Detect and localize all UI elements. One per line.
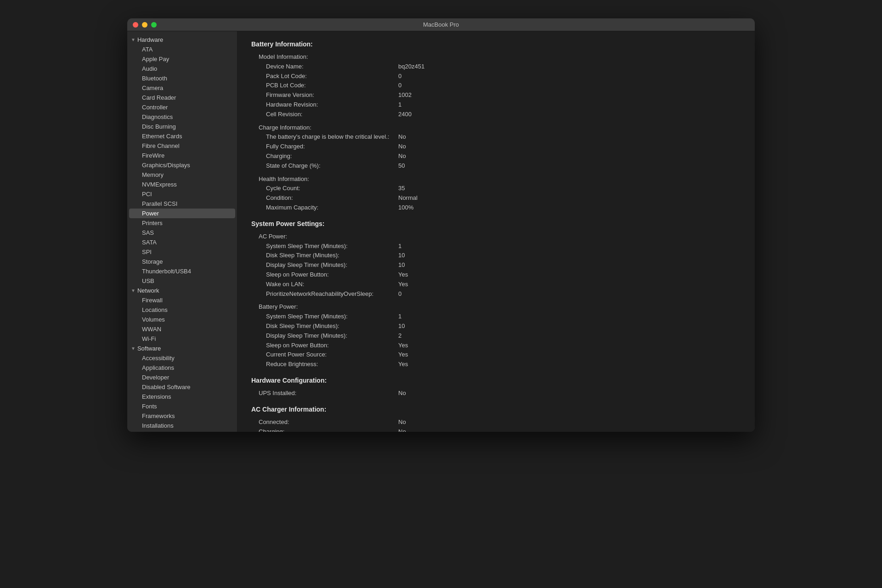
sidebar-item-firewall[interactable]: Firewall <box>129 295 235 305</box>
sidebar-item-accessibility[interactable]: Accessibility <box>129 353 235 363</box>
charger-connected-row: Connected: No <box>251 418 741 427</box>
bat-reduce-brightness-label: Reduce Brightness: <box>251 360 398 369</box>
hw-revision-row: Hardware Revision: 1 <box>251 100 741 110</box>
sidebar-item-installations[interactable]: Installations <box>129 421 235 430</box>
state-of-charge-value: 50 <box>398 161 405 171</box>
hardware-group[interactable]: ▼ Hardware <box>127 35 237 45</box>
ups-label: UPS Installed: <box>251 389 398 398</box>
pcb-lot-row: PCB Lot Code: 0 <box>251 81 741 90</box>
sidebar-item-audio[interactable]: Audio <box>129 64 235 74</box>
device-name-label: Device Name: <box>251 62 398 72</box>
sidebar-item-volumes[interactable]: Volumes <box>129 315 235 324</box>
sidebar-item-developer[interactable]: Developer <box>129 373 235 382</box>
below-critical-label: The battery's charge is below the critic… <box>251 132 398 142</box>
cycle-count-value: 35 <box>398 184 405 193</box>
sidebar-item-frameworks[interactable]: Frameworks <box>129 411 235 421</box>
traffic-lights <box>133 22 157 28</box>
bat-reduce-brightness-value: Yes <box>398 360 408 369</box>
sidebar-item-firewire[interactable]: FireWire <box>129 151 235 160</box>
sidebar-item-disabled-software[interactable]: Disabled Software <box>129 382 235 392</box>
charger-connected-label: Connected: <box>251 418 398 427</box>
bat-current-source-row: Current Power Source: Yes <box>251 350 741 360</box>
cycle-count-row: Cycle Count: 35 <box>251 184 741 193</box>
below-critical-value: No <box>398 132 406 142</box>
health-info-block: Health Information: Cycle Count: 35 Cond… <box>251 175 741 213</box>
sidebar-item-camera[interactable]: Camera <box>129 83 235 93</box>
sidebar-item-spi[interactable]: SPI <box>129 247 235 257</box>
ac-display-sleep-row: Display Sleep Timer (Minutes): 10 <box>251 260 741 270</box>
minimize-button[interactable] <box>142 22 147 28</box>
bat-disk-sleep-value: 10 <box>398 322 405 331</box>
ac-wake-lan-label: Wake on LAN: <box>251 280 398 289</box>
sidebar-item-extensions[interactable]: Extensions <box>129 392 235 401</box>
device-name-row: Device Name: bq20z451 <box>251 62 741 72</box>
bat-system-sleep-row: System Sleep Timer (Minutes): 1 <box>251 312 741 322</box>
sidebar-item-locations[interactable]: Locations <box>129 305 235 315</box>
ups-row: UPS Installed: No <box>251 389 741 398</box>
sidebar-item-card-reader[interactable]: Card Reader <box>129 93 235 102</box>
bat-display-sleep-row: Display Sleep Timer (Minutes): 2 <box>251 331 741 341</box>
hardware-label: Hardware <box>137 36 163 43</box>
fully-charged-label: Fully Charged: <box>251 142 398 152</box>
pack-lot-row: Pack Lot Code: 0 <box>251 72 741 81</box>
sidebar-item-disc-burning[interactable]: Disc Burning <box>129 122 235 131</box>
sidebar-item-ethernet[interactable]: Ethernet Cards <box>129 131 235 141</box>
sidebar-item-usb[interactable]: USB <box>129 276 235 286</box>
bat-sleep-power-value: Yes <box>398 341 408 351</box>
sidebar-item-printers[interactable]: Printers <box>129 218 235 228</box>
charger-connected-value: No <box>398 418 406 427</box>
sidebar-item-fonts[interactable]: Fonts <box>129 401 235 411</box>
charging-value: No <box>398 152 406 161</box>
maximize-button[interactable] <box>151 22 157 28</box>
max-capacity-row: Maximum Capacity: 100% <box>251 203 741 213</box>
sidebar-item-thunderbolt[interactable]: Thunderbolt/USB4 <box>129 266 235 276</box>
charger-charging-value: No <box>398 427 406 432</box>
ac-power-block: AC Power: System Sleep Timer (Minutes): … <box>251 232 741 299</box>
sidebar-item-sas[interactable]: SAS <box>129 228 235 237</box>
sidebar-item-apple-pay[interactable]: Apple Pay <box>129 54 235 64</box>
charger-charging-row: Charging: No <box>251 427 741 432</box>
hardware-config-title: Hardware Configuration: <box>251 377 741 384</box>
ac-charger-title: AC Charger Information: <box>251 406 741 413</box>
sidebar-item-diagnostics[interactable]: Diagnostics <box>129 112 235 122</box>
sidebar-item-ata[interactable]: ATA <box>129 45 235 54</box>
window-title: MacBook Pro <box>423 21 459 28</box>
max-capacity-label: Maximum Capacity: <box>251 203 398 213</box>
sidebar-item-sata[interactable]: SATA <box>129 237 235 247</box>
sidebar-item-memory[interactable]: Memory <box>129 170 235 180</box>
charge-info-row: Charge Information: <box>251 123 741 133</box>
content-area: ▼ Hardware ATA Apple Pay Audio Bluetooth… <box>127 31 755 432</box>
bat-current-source-value: Yes <box>398 350 408 360</box>
ac-system-sleep-label: System Sleep Timer (Minutes): <box>251 242 398 251</box>
sidebar-item-storage[interactable]: Storage <box>129 257 235 266</box>
sidebar-item-wwan[interactable]: WWAN <box>129 324 235 334</box>
ac-sleep-power-label: Sleep on Power Button: <box>251 270 398 280</box>
sidebar-item-graphics[interactable]: Graphics/Displays <box>129 160 235 170</box>
ac-display-sleep-label: Display Sleep Timer (Minutes): <box>251 260 398 270</box>
sidebar-item-bluetooth[interactable]: Bluetooth <box>129 74 235 83</box>
sidebar-item-language[interactable]: Language & Region <box>129 430 235 432</box>
close-button[interactable] <box>133 22 138 28</box>
software-group[interactable]: ▼ Software <box>127 344 237 353</box>
sidebar-item-controller[interactable]: Controller <box>129 102 235 112</box>
firmware-row: Firmware Version: 1002 <box>251 90 741 100</box>
main-panel: Battery Information: Model Information: … <box>237 31 755 432</box>
health-info-row: Health Information: <box>251 175 741 184</box>
system-power-title: System Power Settings: <box>251 220 741 227</box>
sidebar-item-applications[interactable]: Applications <box>129 363 235 373</box>
pack-lot-label: Pack Lot Code: <box>251 72 398 81</box>
sidebar-item-nvmexpress[interactable]: NVMExpress <box>129 180 235 189</box>
sidebar-item-pci[interactable]: PCI <box>129 189 235 199</box>
ac-system-sleep-value: 1 <box>398 242 401 251</box>
model-info-label: Model Information: <box>251 52 398 62</box>
ac-display-sleep-value: 10 <box>398 260 405 270</box>
sidebar-item-fibre[interactable]: Fibre Channel <box>129 141 235 151</box>
sidebar-item-parallel-scsi[interactable]: Parallel SCSI <box>129 199 235 209</box>
cycle-count-label: Cycle Count: <box>251 184 398 193</box>
sidebar-item-power[interactable]: Power <box>129 209 235 218</box>
sidebar-item-wifi[interactable]: Wi-Fi <box>129 334 235 344</box>
below-critical-row: The battery's charge is below the critic… <box>251 132 741 142</box>
ac-disk-sleep-label: Disk Sleep Timer (Minutes): <box>251 251 398 260</box>
fully-charged-row: Fully Charged: No <box>251 142 741 152</box>
network-group[interactable]: ▼ Network <box>127 286 237 295</box>
